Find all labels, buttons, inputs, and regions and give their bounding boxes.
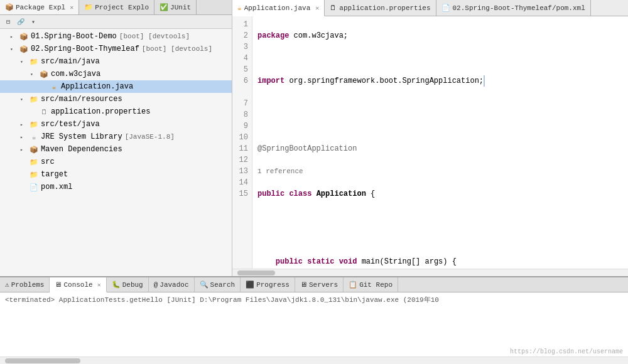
collapse-all-button[interactable]: ⊟ bbox=[3, 16, 14, 28]
properties-icon: 🗒 bbox=[39, 108, 49, 116]
tree-item-src-main-resources[interactable]: ▾ 📁 src/main/resources bbox=[0, 93, 232, 105]
code-content[interactable]: package com.w3cjava; import org.springfr… bbox=[252, 16, 628, 269]
xml-file-icon: 📄 bbox=[441, 4, 450, 12]
tree-item-src[interactable]: 📁 src bbox=[0, 156, 232, 168]
left-panel: 📦 Package Expl ✕ 📁 Project Explo ✅ JUnit… bbox=[0, 0, 232, 276]
properties-icon: 🗒 bbox=[330, 4, 337, 12]
expand-arrow: ▾ bbox=[20, 97, 29, 102]
tab-debug[interactable]: 🐛 Debug bbox=[107, 277, 149, 292]
expand-arrow: ▸ bbox=[10, 34, 19, 40]
left-tab-bar: 📦 Package Expl ✕ 📁 Project Explo ✅ JUnit bbox=[0, 0, 232, 15]
console-terminated-line: <terminated> ApplicationTests.getHello [… bbox=[5, 295, 623, 305]
java-class-icon: ☕ bbox=[49, 83, 59, 91]
tab-application-properties[interactable]: 🗒 application.properties bbox=[325, 0, 436, 16]
expand-arrow: ▾ bbox=[30, 72, 39, 77]
close-tab-button[interactable]: ✕ bbox=[315, 4, 319, 12]
tab-javadoc[interactable]: @ Javadoc bbox=[149, 277, 195, 292]
tree-item-target[interactable]: 📁 target bbox=[0, 168, 232, 181]
tree-item-application-java[interactable]: ☕ Application.java bbox=[0, 80, 232, 93]
console-icon: 🖥 bbox=[55, 281, 62, 289]
expand-arrow: ▾ bbox=[10, 46, 19, 52]
tab-servers[interactable]: 🖥 Servers bbox=[295, 277, 344, 292]
tab-project-explorer[interactable]: 📁 Project Explo bbox=[79, 0, 154, 14]
line-numbers: 1 2 3 4 5 6 7 8 9 10 11 12 13 14 15 bbox=[232, 16, 252, 269]
tree-item-com-w3cjava[interactable]: ▾ 📦 com.w3cjava bbox=[0, 68, 232, 80]
bottom-tab-bar: ⚠ Problems 🖥 Console ✕ 🐛 Debug @ Javadoc… bbox=[0, 277, 628, 292]
tab-problems[interactable]: ⚠ Problems bbox=[0, 277, 50, 292]
folder-icon: 📁 bbox=[29, 120, 39, 129]
debug-icon: 🐛 bbox=[112, 281, 121, 289]
junit-icon: ✅ bbox=[160, 3, 168, 11]
tree-item-02-thymeleaf[interactable]: ▾ 📦 02.Spring-Boot-Thymeleaf [boot] [dev… bbox=[0, 43, 232, 55]
search-icon: 🔍 bbox=[200, 281, 208, 289]
progress-icon: ⬛ bbox=[246, 281, 254, 289]
left-toolbar: ⊟ 🔗 ▾ bbox=[0, 15, 232, 29]
problems-icon: ⚠ bbox=[5, 281, 9, 289]
tree-item-src-test-java[interactable]: ▸ 📁 src/test/java bbox=[0, 118, 232, 131]
folder-icon: 📁 bbox=[29, 58, 39, 66]
folder-icon: 📁 bbox=[29, 158, 39, 166]
folder-icon: 📁 bbox=[29, 171, 39, 179]
expand-arrow: ▸ bbox=[20, 134, 29, 140]
project-tree[interactable]: ▸ 📦 01.Spring-Boot-Demo [boot] [devtools… bbox=[0, 29, 232, 276]
maven-icon: 📦 bbox=[29, 146, 39, 154]
bottom-horizontal-scrollbar[interactable] bbox=[0, 356, 628, 364]
package-icon: 📦 bbox=[19, 45, 29, 53]
bottom-scroll-thumb[interactable] bbox=[5, 358, 80, 363]
code-tab-bar: ☕ Application.java ✕ 🗒 application.prope… bbox=[232, 0, 628, 16]
expand-arrow: ▸ bbox=[20, 122, 29, 127]
package-icon: 📦 bbox=[5, 3, 14, 11]
link-editor-button[interactable]: 🔗 bbox=[15, 16, 26, 28]
right-panel: ☕ Application.java ✕ 🗒 application.prope… bbox=[232, 0, 628, 276]
tree-item-01-spring-boot-demo[interactable]: ▸ 📦 01.Spring-Boot-Demo [boot] [devtools… bbox=[0, 30, 232, 43]
tab-pom-xml[interactable]: 📄 02.Spring-Boot-Thymeleaf/pom.xml bbox=[436, 0, 591, 16]
scroll-thumb[interactable] bbox=[237, 270, 275, 276]
package-icon: 📦 bbox=[39, 70, 49, 78]
tab-console[interactable]: 🖥 Console ✕ bbox=[50, 277, 106, 292]
tab-git-repo[interactable]: 📋 Git Repo bbox=[344, 277, 398, 292]
tab-package-explorer[interactable]: 📦 Package Expl ✕ bbox=[0, 0, 79, 14]
code-editor[interactable]: 1 2 3 4 5 6 7 8 9 10 11 12 13 14 15 bbox=[232, 16, 628, 269]
tab-junit[interactable]: ✅ JUnit bbox=[154, 0, 197, 14]
tree-item-jre-library[interactable]: ▸ ☕ JRE System Library [JavaSE-1.8] bbox=[0, 131, 232, 143]
expand-arrow: ▾ bbox=[20, 59, 29, 65]
tab-search[interactable]: 🔍 Search bbox=[195, 277, 241, 292]
tab-progress[interactable]: ⬛ Progress bbox=[241, 277, 295, 292]
horizontal-scrollbar[interactable] bbox=[232, 269, 628, 276]
tab-application-java[interactable]: ☕ Application.java ✕ bbox=[232, 0, 325, 16]
javadoc-icon: @ bbox=[154, 281, 158, 289]
expand-arrow: ▸ bbox=[20, 147, 29, 153]
tree-item-pom-xml[interactable]: 📄 pom.xml bbox=[0, 181, 232, 193]
project-icon: 📁 bbox=[84, 3, 93, 11]
tree-item-application-properties[interactable]: 🗒 application.properties bbox=[0, 105, 232, 118]
jre-icon: ☕ bbox=[29, 133, 39, 141]
tree-item-src-main-java[interactable]: ▾ 📁 src/main/java bbox=[0, 55, 232, 68]
xml-icon: 📄 bbox=[29, 183, 39, 191]
close-left-tab[interactable]: ✕ bbox=[70, 4, 73, 11]
folder-icon: 📁 bbox=[29, 95, 39, 104]
watermark: https://blog.csdn.net/username bbox=[510, 348, 623, 355]
java-file-icon: ☕ bbox=[237, 4, 242, 12]
git-icon: 📋 bbox=[349, 281, 357, 289]
close-console-button[interactable]: ✕ bbox=[97, 281, 101, 289]
package-icon: 📦 bbox=[19, 33, 29, 41]
console-output: <terminated> ApplicationTests.getHello [… bbox=[0, 292, 628, 356]
view-menu-button[interactable]: ▾ bbox=[28, 16, 39, 28]
servers-icon: 🖥 bbox=[300, 281, 307, 289]
tree-item-maven-dependencies[interactable]: ▸ 📦 Maven Dependencies bbox=[0, 143, 232, 156]
